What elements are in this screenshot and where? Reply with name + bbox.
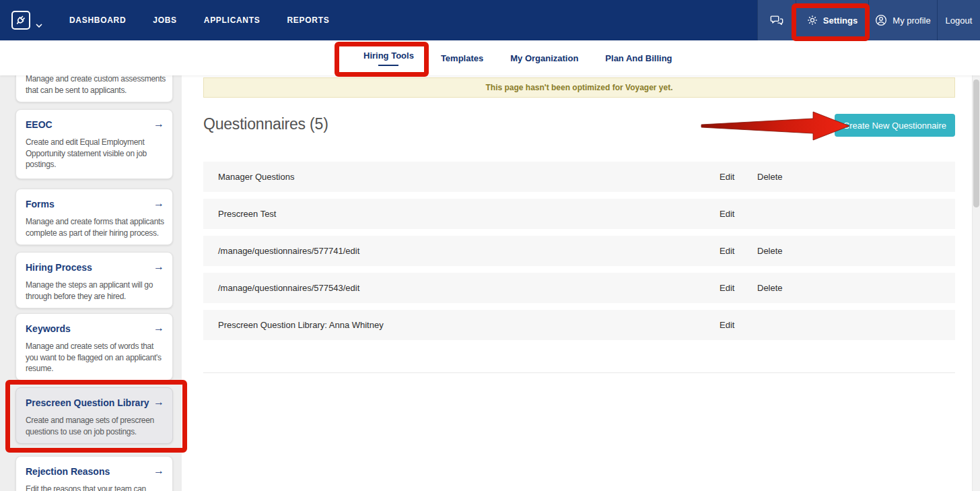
questionnaire-name: Prescreen Question Library: Anna Whitney <box>218 310 384 340</box>
edit-link[interactable]: Edit <box>720 236 734 266</box>
tab-my-organization[interactable]: My Organization <box>510 53 578 63</box>
card-title: Forms <box>26 199 55 209</box>
arrow-right-icon: → <box>153 199 164 208</box>
page-title: Questionnaires (5) <box>203 115 328 133</box>
chevron-down-icon[interactable] <box>36 18 42 30</box>
nav-jobs[interactable]: JOBS <box>153 15 176 25</box>
sidebar-card-forms[interactable]: Forms → Manage and create forms that app… <box>15 189 173 245</box>
primary-nav: DASHBOARD JOBS APPLICANTS REPORTS <box>69 0 329 40</box>
sidebar-card-prescreen-question-library[interactable]: Prescreen Question Library → Create and … <box>15 387 173 444</box>
questionnaire-name: Prescreen Test <box>218 199 276 229</box>
arrow-right-icon: → <box>153 466 164 476</box>
scrollbar-thumb[interactable] <box>973 79 979 207</box>
arrow-right-icon: → <box>153 262 164 271</box>
sidebar-card-hiring-process[interactable]: Hiring Process → Manage the steps an app… <box>15 252 173 308</box>
card-title: Keywords <box>26 323 71 334</box>
card-description: Create and edit Equal Employment Opportu… <box>26 137 166 170</box>
voyager-warning-banner: This page hasn't been optimized for Voya… <box>203 77 955 98</box>
card-title: Hiring Process <box>26 262 92 273</box>
app-logo-icon[interactable] <box>11 11 30 30</box>
settings-sidebar: Manage and create custom assessments tha… <box>0 40 182 491</box>
gear-icon <box>807 15 818 26</box>
questionnaire-name: Manager Questions <box>218 162 294 192</box>
card-description: Manage and create forms that applicants … <box>26 216 166 238</box>
questionnaire-name: /manage/questionnaires/577741/edit <box>218 236 359 266</box>
chat-icon <box>769 13 784 27</box>
nav-dashboard[interactable]: DASHBOARD <box>69 15 126 25</box>
questionnaire-row: Prescreen Question Library: Anna Whitney… <box>203 310 955 340</box>
questionnaire-name: /manage/questionnaires/577543/edit <box>218 273 359 303</box>
edit-link[interactable]: Edit <box>720 273 734 303</box>
questionnaire-row: Prescreen Test Edit <box>203 199 955 229</box>
sidebar-card-rejection-reasons[interactable]: Rejection Reasons → Edit the reasons tha… <box>15 456 173 491</box>
profile-icon <box>875 14 887 26</box>
arrow-right-icon: → <box>153 323 164 333</box>
card-description: Manage the steps an applicant will go th… <box>26 280 166 302</box>
card-title: Prescreen Question Library <box>26 397 149 408</box>
tab-templates[interactable]: Templates <box>441 53 483 63</box>
delete-link[interactable]: Delete <box>757 162 783 192</box>
delete-link[interactable]: Delete <box>757 273 783 303</box>
logout-button[interactable]: Logout <box>937 0 980 40</box>
card-description: Manage and create sets of words that you… <box>26 341 166 374</box>
card-description: Create and manage sets of prescreen ques… <box>26 415 166 437</box>
card-description: Manage and create custom assessments tha… <box>26 73 166 96</box>
sidebar-card-eeoc[interactable]: EEOC → Create and edit Equal Employment … <box>15 109 173 179</box>
arrow-right-icon: → <box>153 397 164 407</box>
tab-plan-and-billing[interactable]: Plan And Billing <box>605 53 672 63</box>
active-tab-underline <box>378 65 398 66</box>
edit-link[interactable]: Edit <box>720 162 734 192</box>
settings-subnav: Hiring Tools Templates My Organization P… <box>0 40 980 75</box>
settings-button[interactable]: Settings <box>796 0 868 40</box>
annotation-arrow <box>697 108 853 144</box>
top-navigation-bar: DASHBOARD JOBS APPLICANTS REPORTS <box>0 0 980 40</box>
arrow-right-icon: → <box>153 119 164 129</box>
questionnaire-row: Manager Questions Edit Delete <box>203 162 955 192</box>
delete-link[interactable]: Delete <box>757 236 783 266</box>
tab-hiring-tools[interactable]: Hiring Tools <box>363 51 414 66</box>
edit-link[interactable]: Edit <box>720 199 734 229</box>
card-description: Edit the reasons that your team can <box>26 484 166 491</box>
nav-reports[interactable]: REPORTS <box>287 15 329 25</box>
edit-link[interactable]: Edit <box>720 310 734 340</box>
create-new-questionnaire-button[interactable]: Create New Questionnaire <box>835 114 955 137</box>
nav-applicants[interactable]: APPLICANTS <box>204 15 260 25</box>
section-divider <box>203 372 955 373</box>
messages-button[interactable] <box>757 0 796 40</box>
questionnaire-row: /manage/questionnaires/577543/edit Edit … <box>203 273 955 303</box>
card-title: Rejection Reasons <box>26 466 110 477</box>
sidebar-card-keywords[interactable]: Keywords → Manage and create sets of wor… <box>15 313 173 381</box>
my-profile-button[interactable]: My profile <box>868 0 937 40</box>
card-title: EEOC <box>26 119 53 130</box>
questionnaire-row: /manage/questionnaires/577741/edit Edit … <box>203 236 955 266</box>
